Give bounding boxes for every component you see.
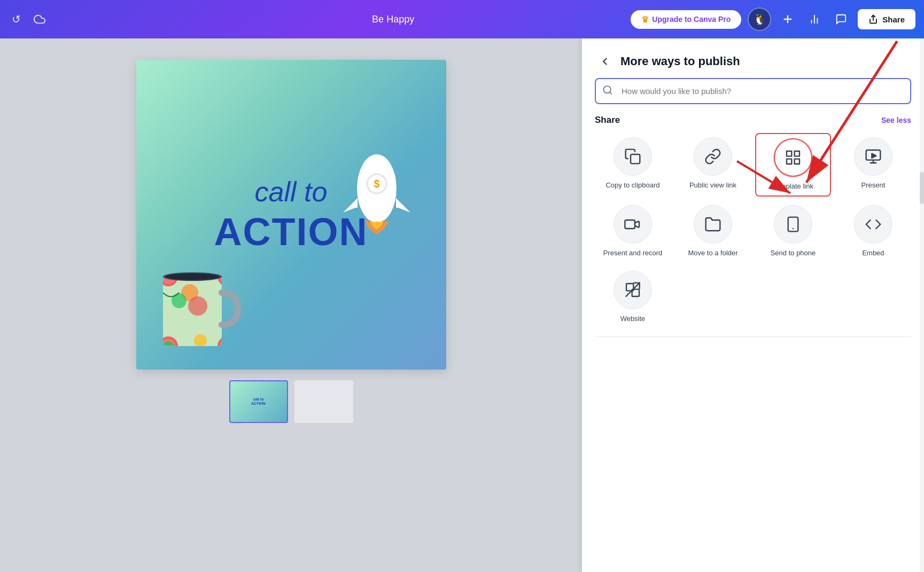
template-link-label: Template link [773,182,813,191]
present-option[interactable]: Present [835,133,911,197]
svg-rect-31 [625,220,635,229]
send-phone-icon [774,205,812,244]
options-row-2: Present and record Move to a folder [582,201,924,267]
main-content: call to ACTION $ [0,38,924,572]
document-title: Be Happy [372,14,414,25]
thumbnail-2[interactable] [294,380,353,423]
website-label: Website [620,315,646,324]
present-record-option[interactable]: Present and record [595,201,671,262]
present-icon [854,137,892,176]
present-record-label: Present and record [603,249,663,258]
panel-title: More ways to publish [620,54,740,68]
panel-divider [595,336,911,337]
svg-rect-23 [787,151,791,156]
template-link-icon [774,138,812,177]
panel-header: More ways to publish [582,38,924,78]
public-view-link-label: Public view link [689,181,736,190]
svg-rect-26 [795,159,799,164]
avatar[interactable]: 🐧 [748,7,771,31]
copy-clipboard-icon [614,137,652,176]
comments-button[interactable] [831,9,851,29]
mug-graphic [152,255,243,364]
svg-rect-25 [787,159,791,164]
design-canvas: call to ACTION $ [136,60,446,370]
svg-text:$: $ [374,178,379,190]
embed-label: Embed [862,249,884,258]
svg-rect-22 [631,154,640,163]
thumbnail-1[interactable]: call toACTION [229,380,288,423]
svg-rect-10 [163,277,222,346]
rocket-graphic: $ [329,145,425,244]
avatar-image: 🐧 [749,9,770,30]
embed-option[interactable]: Embed [835,201,911,262]
send-phone-label: Send to phone [771,249,816,258]
options-row-3: Website [582,267,924,332]
template-link-option[interactable]: Template link [755,133,831,197]
move-folder-option[interactable]: Move to a folder [675,201,751,262]
cloud-save-button[interactable] [30,10,49,28]
share-button[interactable]: Share [858,9,915,29]
website-icon [614,271,652,309]
svg-rect-24 [795,151,799,156]
canvas-area: call to ACTION $ [0,38,582,572]
scrollbar-track [920,38,924,572]
present-label: Present [861,181,886,190]
send-phone-option[interactable]: Send to phone [755,201,831,262]
move-folder-label: Move to a folder [688,249,737,258]
undo-button[interactable]: ↺ [9,10,24,29]
thumbnail-strip: call toACTION [229,380,353,423]
svg-marker-30 [872,154,876,158]
public-view-link-icon [694,137,732,176]
analytics-button[interactable] [804,9,825,29]
copy-clipboard-label: Copy to clipboard [605,181,659,190]
publish-panel: More ways to publish Share See less [582,38,924,572]
see-less-button[interactable]: See less [881,116,911,124]
app-header: ↺ Be Happy ♛ Upgrade to Canva Pro 🐧 [0,0,924,38]
website-option[interactable]: Website [595,267,671,328]
share-section-title: Share [595,115,620,126]
embed-icon [854,205,892,244]
move-folder-icon [694,205,732,244]
options-row-1: Copy to clipboard Public view link [582,133,924,201]
search-input[interactable] [595,78,911,104]
add-button[interactable] [778,9,798,29]
header-left-controls: ↺ [9,10,49,29]
scrollbar-thumb[interactable] [920,172,924,204]
share-section-header: Share See less [582,115,924,133]
svg-point-19 [166,273,219,280]
svg-rect-32 [788,217,798,232]
upgrade-button[interactable]: ♛ Upgrade to Canva Pro [631,10,741,29]
crown-icon: ♛ [641,14,649,25]
public-view-link-option[interactable]: Public view link [675,133,751,197]
present-record-icon [614,205,652,244]
copy-clipboard-option[interactable]: Copy to clipboard [595,133,671,197]
panel-scroll: Share See less Copy to clipboard [582,115,924,572]
search-container [595,78,911,104]
back-button[interactable] [597,53,613,69]
